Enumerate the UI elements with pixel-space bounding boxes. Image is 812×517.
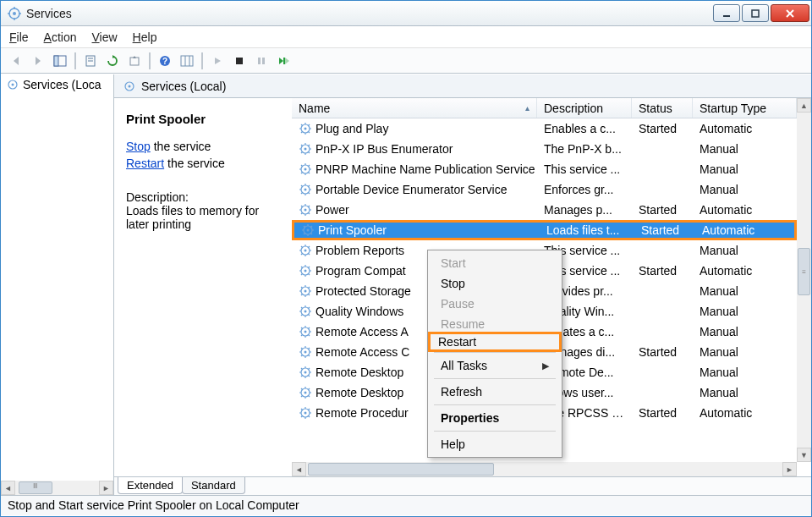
svg-line-162	[301, 368, 303, 370]
scroll-track[interactable]: ≡	[797, 113, 811, 448]
svg-line-164	[301, 376, 303, 377]
tree-root-node[interactable]: Services (Loca	[1, 74, 113, 95]
columns-button[interactable]	[177, 51, 197, 71]
svg-point-177	[304, 412, 307, 415]
menu-separator	[434, 378, 556, 379]
service-row[interactable]: Print SpoolerLoads files t...StartedAuto…	[292, 220, 797, 240]
scroll-thumb[interactable]	[308, 463, 494, 476]
content-area: Services (Loca ◄ Ⅲ ► Services (Local) Pr…	[1, 74, 811, 495]
context-stop[interactable]: Stop	[431, 273, 559, 294]
svg-line-85	[309, 206, 310, 207]
svg-point-97	[304, 250, 307, 252]
svg-line-132	[301, 307, 303, 309]
cell-startup: Manual	[693, 183, 797, 196]
svg-line-43	[309, 132, 310, 134]
svg-rect-13	[54, 56, 58, 66]
menu-help[interactable]: Help	[133, 30, 157, 44]
list-pane-header: Services (Local)	[114, 74, 811, 98]
menu-file[interactable]: File	[9, 30, 29, 44]
scroll-right-icon[interactable]: ►	[782, 462, 797, 476]
restart-service-line: Restart the service	[126, 157, 283, 170]
svg-point-107	[304, 270, 307, 272]
scroll-thumb[interactable]: ≡	[798, 248, 810, 295]
svg-marker-25	[215, 58, 221, 64]
scroll-left-icon[interactable]: ◄	[1, 481, 15, 495]
tab-extended[interactable]: Extended	[118, 477, 183, 494]
column-name[interactable]: Name▴	[292, 98, 537, 118]
svg-line-165	[309, 368, 310, 370]
view-tabs: Extended Standard	[114, 476, 811, 495]
svg-point-77	[304, 209, 307, 212]
svg-line-133	[309, 315, 310, 316]
scroll-down-icon[interactable]: ▼	[797, 448, 811, 462]
scroll-thumb[interactable]: Ⅲ	[19, 481, 52, 494]
context-all-tasks[interactable]: All Tasks▶	[431, 355, 559, 376]
minimize-button[interactable]	[713, 4, 740, 22]
selected-service-name: Print Spooler	[126, 112, 283, 126]
panel-header-label: Services (Local)	[141, 80, 226, 93]
svg-line-173	[309, 396, 310, 398]
scroll-track[interactable]	[306, 462, 782, 476]
svg-line-92	[304, 226, 305, 228]
gear-icon	[299, 122, 312, 135]
properties-button[interactable]	[80, 51, 101, 71]
maximize-button[interactable]	[742, 4, 769, 22]
svg-line-144	[301, 335, 303, 337]
tab-standard[interactable]: Standard	[182, 477, 245, 494]
show-tree-button[interactable]	[50, 51, 70, 71]
column-status[interactable]: Status	[632, 98, 693, 118]
horizontal-scrollbar[interactable]: ◄ ►	[292, 462, 797, 476]
restart-service-button[interactable]	[273, 51, 294, 71]
restart-service-link[interactable]: Restart	[126, 157, 164, 170]
stop-service-button[interactable]	[229, 51, 250, 71]
svg-line-134	[301, 315, 303, 316]
svg-line-142	[301, 327, 303, 329]
start-service-button[interactable]	[207, 51, 228, 71]
stop-service-link[interactable]: Stop	[126, 140, 151, 153]
context-restart[interactable]: Restart	[428, 332, 562, 352]
service-row[interactable]: PowerManages p...StartedAutomatic	[292, 200, 797, 220]
refresh-button[interactable]	[102, 51, 123, 71]
cell-description: The PnP-X b...	[537, 142, 632, 156]
cell-name: Plug and Play	[292, 122, 537, 135]
toolbar-separator	[149, 52, 151, 69]
context-help[interactable]: Help	[431, 434, 559, 454]
menu-separator	[434, 352, 556, 353]
tree-hscrollbar[interactable]: ◄ Ⅲ ►	[1, 481, 113, 495]
column-description[interactable]: Description	[537, 98, 632, 118]
scroll-up-icon[interactable]: ▲	[797, 98, 811, 113]
cell-startup: Manual	[693, 244, 797, 257]
context-refresh[interactable]: Refresh	[431, 382, 559, 402]
pause-service-button[interactable]	[251, 51, 272, 71]
stop-service-line: Stop the service	[126, 140, 283, 153]
gear-icon	[299, 366, 312, 379]
gear-icon	[299, 183, 312, 196]
back-button[interactable]	[6, 51, 26, 71]
window-title: Services	[26, 7, 711, 20]
scroll-right-icon[interactable]: ►	[99, 481, 113, 495]
svg-rect-26	[236, 58, 243, 64]
cell-name: PNRP Machine Name Publication Service	[292, 162, 537, 176]
help-button[interactable]: ?	[155, 51, 175, 71]
detail-panel: Print Spooler Stop the service Restart t…	[114, 98, 292, 476]
service-row[interactable]: PnP-X IP Bus EnumeratorThe PnP-X b...Man…	[292, 139, 797, 159]
vertical-scrollbar[interactable]: ▲ ≡ ▼	[797, 98, 811, 462]
menu-view[interactable]: View	[92, 30, 118, 44]
svg-rect-28	[262, 58, 265, 64]
svg-line-53	[309, 152, 310, 154]
forward-button[interactable]	[28, 51, 48, 71]
close-button[interactable]	[771, 4, 809, 22]
gear-icon	[299, 203, 312, 217]
export-button[interactable]	[124, 51, 145, 71]
service-row[interactable]: Plug and PlayEnables a c...StartedAutoma…	[292, 118, 797, 139]
svg-line-93	[311, 234, 313, 235]
svg-line-54	[301, 152, 303, 154]
svg-line-103	[309, 254, 310, 256]
service-row[interactable]: PNRP Machine Name Publication ServiceThi…	[292, 159, 797, 179]
service-row[interactable]: Portable Device Enumerator ServiceEnforc…	[292, 179, 797, 200]
column-startup-type[interactable]: Startup Type	[693, 98, 797, 118]
menu-action[interactable]: Action	[44, 30, 77, 44]
context-properties[interactable]: Properties	[431, 408, 559, 428]
svg-line-174	[301, 396, 303, 398]
scroll-left-icon[interactable]: ◄	[292, 462, 306, 476]
